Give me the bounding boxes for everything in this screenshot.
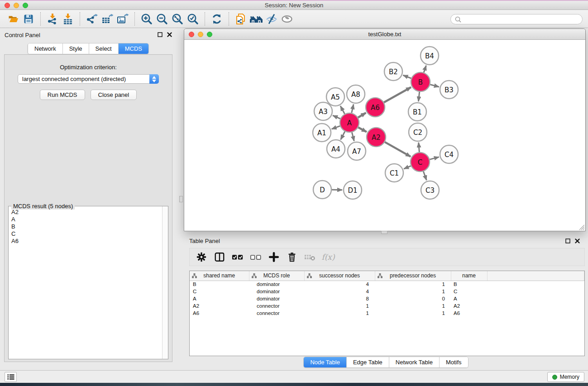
- export-network-icon[interactable]: [84, 12, 100, 26]
- export-image-icon[interactable]: [115, 12, 130, 26]
- list-item[interactable]: A6: [11, 238, 165, 245]
- edge-A-A2[interactable]: [358, 127, 367, 132]
- search-input[interactable]: [462, 15, 582, 24]
- edge-B-B2[interactable]: [403, 75, 411, 78]
- table-row[interactable]: Bdominator41B: [190, 281, 584, 288]
- table-cell[interactable]: connector: [249, 310, 304, 317]
- export-table-icon[interactable]: [100, 12, 115, 26]
- column-header-name[interactable]: name: [451, 271, 487, 281]
- unselect-all-columns-icon[interactable]: [250, 251, 262, 263]
- clone-network-icon[interactable]: [233, 12, 249, 26]
- table-cell[interactable]: 8: [304, 295, 375, 302]
- float-panel-icon[interactable]: [158, 32, 163, 37]
- search-field[interactable]: [450, 14, 583, 24]
- tab-mcds[interactable]: MCDS: [119, 43, 148, 54]
- edge-A-A6[interactable]: [358, 113, 366, 117]
- edge-A-A7[interactable]: [352, 132, 354, 141]
- table-row[interactable]: A2connector11A2: [190, 302, 584, 310]
- criterion-select[interactable]: largest connected component (directed): [18, 74, 159, 84]
- table-cell[interactable]: 4: [304, 288, 375, 295]
- table-cell[interactable]: A6: [190, 310, 249, 317]
- delete-table-icon[interactable]: [304, 251, 316, 263]
- table-cell[interactable]: C: [190, 288, 249, 295]
- network-window-titlebar[interactable]: testGlobe.txt: [184, 29, 585, 40]
- table-cell[interactable]: connector: [249, 302, 304, 310]
- zoom-out-icon[interactable]: [154, 12, 170, 26]
- table-cell[interactable]: 1: [304, 302, 375, 310]
- table-cell[interactable]: A2: [190, 302, 249, 310]
- network-canvas[interactable]: B4B2BB3A8A5A6A3B1AA1C2A2A4A7C4CC1C3DD1: [184, 40, 585, 231]
- tab-network-table[interactable]: Network Table: [389, 357, 440, 367]
- add-column-icon[interactable]: [268, 251, 280, 263]
- table-cell[interactable]: A2: [451, 302, 487, 310]
- edge-C-C3[interactable]: [423, 172, 426, 181]
- float-panel-icon[interactable]: [565, 238, 570, 243]
- mcds-result-list[interactable]: A2ABCA6: [9, 206, 168, 359]
- node-table[interactable]: shared nameMCDS rolesuccessor nodesprede…: [189, 271, 585, 356]
- network-graph[interactable]: B4B2BB3A8A5A6A3B1AA1C2A2A4A7C4CC1C3DD1: [184, 40, 585, 231]
- tab-select[interactable]: Select: [89, 43, 119, 54]
- delete-columns-icon[interactable]: [286, 251, 298, 263]
- close-panel-icon[interactable]: [575, 238, 580, 243]
- run-mcds-button[interactable]: Run MCDS: [40, 90, 85, 100]
- edge-B-B4[interactable]: [424, 66, 426, 72]
- panel-splitter-handle[interactable]: [381, 231, 387, 234]
- zoom-fit-icon[interactable]: [170, 12, 185, 26]
- show-eye-icon[interactable]: [279, 12, 295, 26]
- edge-A-A5[interactable]: [340, 106, 345, 114]
- column-header-successor-nodes[interactable]: successor nodes: [304, 271, 375, 281]
- edge-A-A4[interactable]: [341, 132, 345, 140]
- close-panel-icon[interactable]: [167, 32, 172, 37]
- edge-A-A3[interactable]: [333, 115, 340, 119]
- edge-C-C1[interactable]: [404, 166, 411, 169]
- table-cell[interactable]: A: [190, 295, 249, 302]
- list-item[interactable]: A2: [11, 209, 165, 216]
- edge-A-A8[interactable]: [352, 104, 354, 113]
- open-session-icon[interactable]: [5, 12, 21, 26]
- table-cell[interactable]: C: [451, 288, 487, 295]
- save-session-icon[interactable]: [21, 12, 36, 26]
- table-cell[interactable]: 1: [375, 302, 451, 310]
- table-cell[interactable]: 1: [375, 281, 451, 288]
- memory-button[interactable]: Memory: [547, 372, 584, 382]
- table-cell[interactable]: 1: [375, 310, 451, 317]
- edge-B-B1[interactable]: [418, 92, 419, 101]
- panel-splitter-handle[interactable]: [179, 196, 183, 202]
- function-builder-icon[interactable]: f(x): [322, 251, 334, 263]
- edge-B-B3[interactable]: [430, 85, 439, 87]
- table-cell[interactable]: A: [451, 295, 487, 302]
- close-panel-button[interactable]: Close panel: [91, 90, 137, 100]
- table-cell[interactable]: 1: [375, 288, 451, 295]
- task-history-button[interactable]: [5, 372, 17, 382]
- refresh-icon[interactable]: [209, 12, 225, 26]
- zoom-in-icon[interactable]: [139, 12, 154, 26]
- table-cell[interactable]: B: [190, 281, 249, 288]
- tab-edge-table[interactable]: Edge Table: [347, 357, 389, 367]
- table-row[interactable]: Adominator80A: [190, 295, 584, 302]
- import-network-icon[interactable]: [45, 12, 60, 26]
- list-item[interactable]: A: [11, 216, 165, 223]
- hide-panels-icon[interactable]: [264, 12, 279, 26]
- edge-A2-C[interactable]: [385, 142, 411, 157]
- table-cell[interactable]: dominator: [249, 288, 304, 295]
- table-cell[interactable]: 1: [304, 310, 375, 317]
- tab-node-table[interactable]: Node Table: [304, 357, 347, 367]
- nested-networks-icon[interactable]: [249, 12, 264, 26]
- table-cell[interactable]: dominator: [249, 295, 304, 302]
- table-cell[interactable]: A6: [451, 310, 487, 317]
- table-cell[interactable]: dominator: [249, 281, 304, 288]
- edge-A-A1[interactable]: [332, 126, 340, 129]
- table-row[interactable]: A6connector11A6: [190, 310, 584, 317]
- show-columns-icon[interactable]: [214, 251, 225, 263]
- column-header-MCDS-role[interactable]: MCDS role: [249, 271, 304, 281]
- edge-C-C4[interactable]: [430, 157, 439, 159]
- column-header-predecessor-nodes[interactable]: predecessor nodes: [375, 271, 451, 281]
- table-settings-icon[interactable]: [196, 251, 207, 263]
- edge-A6-B[interactable]: [384, 87, 411, 103]
- list-item[interactable]: C: [11, 230, 165, 238]
- select-all-columns-icon[interactable]: [232, 251, 244, 263]
- column-header-shared-name[interactable]: shared name: [190, 271, 249, 281]
- zoom-selected-icon[interactable]: [185, 12, 201, 26]
- result-scrollbar[interactable]: [162, 206, 168, 359]
- list-item[interactable]: B: [11, 223, 165, 230]
